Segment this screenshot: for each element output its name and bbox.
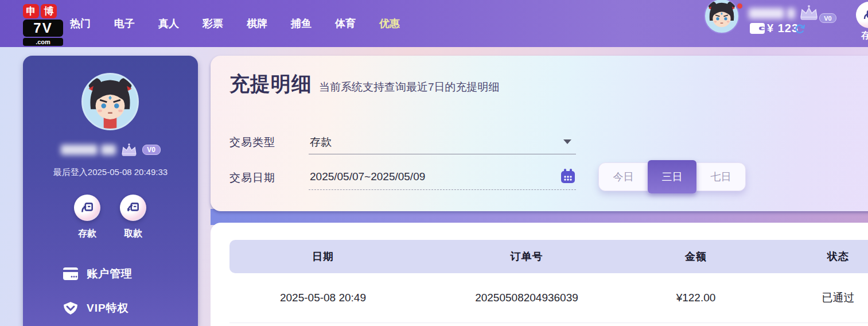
nav-item-live[interactable]: 真人	[158, 17, 179, 30]
logo-name: 7V	[23, 20, 63, 37]
avatar-illustration	[705, 0, 738, 33]
logo-badge-2: 博	[41, 4, 57, 18]
sidebar: V0 最后登入2025-05-08 20:49:33 存款	[23, 56, 198, 326]
nav-item-slots[interactable]: 电子	[114, 17, 135, 30]
vip-level-badge: V0	[819, 13, 836, 23]
nav-item-sports[interactable]: 体育	[335, 17, 356, 30]
vip-level-badge: V0	[142, 145, 161, 155]
deposit-label: 存款	[64, 228, 110, 240]
username-blurred-2	[787, 8, 795, 19]
nav-item-cards[interactable]: 棋牌	[247, 17, 267, 30]
username-blurred	[749, 8, 784, 19]
logo-badge-1: 申	[23, 4, 39, 18]
sidebar-item-account-management[interactable]: 账户管理	[63, 265, 189, 282]
username-blurred-2	[101, 145, 116, 155]
user-avatar[interactable]	[704, 0, 739, 34]
last-login-text: 最后登入2025-05-08 20:49:33	[23, 167, 198, 178]
deposit-arrow-icon	[862, 8, 868, 22]
logo-tld: .com	[23, 38, 63, 46]
filter-panel: 充提明细 当前系统支持查询最近7日的充提明细 交易类型 存款 交易日期 2025…	[211, 56, 868, 211]
sidebar-username-row: V0	[23, 143, 198, 157]
range-seven-days-button[interactable]: 七日	[696, 163, 745, 191]
sidebar-item-label: VIP特权	[87, 301, 129, 316]
top-navbar: 申 博 7V .com 热门 电子 真人 彩票 棋牌 捕鱼 体育 优惠	[0, 0, 868, 47]
table-row: 2025-05-08 20:49 20250508204936039 ¥122.…	[229, 273, 868, 323]
crown-icon	[797, 5, 820, 21]
cell-date: 2025-05-08 20:49	[229, 292, 417, 304]
transaction-date-value: 2025/05/07~2025/05/09	[310, 170, 425, 183]
quick-deposit-label: 存	[861, 30, 868, 42]
withdraw-icon	[120, 195, 146, 221]
sidebar-item-vip-privileges[interactable]: VIP特权	[63, 300, 189, 317]
crown-icon	[119, 143, 139, 157]
range-today-button[interactable]: 今日	[599, 163, 648, 191]
nav-item-fishing[interactable]: 捕鱼	[291, 17, 312, 30]
date-range-segmented-control: 今日 三日 七日	[598, 162, 746, 191]
quick-deposit-button[interactable]	[856, 2, 868, 28]
wallet-icon	[750, 23, 765, 34]
nav-item-promos[interactable]: 优惠	[379, 17, 400, 30]
sidebar-item-label: 账户管理	[87, 266, 133, 281]
account-card-icon	[63, 267, 78, 280]
column-header-date: 日期	[229, 250, 417, 263]
notification-dot	[736, 2, 744, 10]
nav-item-hot[interactable]: 热门	[70, 17, 91, 30]
refresh-balance-icon[interactable]	[795, 24, 805, 34]
site-logo[interactable]: 申 博 7V .com	[23, 4, 63, 46]
transaction-date-label: 交易日期	[229, 170, 275, 185]
sidebar-avatar	[81, 73, 139, 130]
cell-order-no: 20250508204936039	[417, 292, 637, 304]
transaction-type-label: 交易类型	[229, 135, 275, 150]
balance-amount: ¥ 123	[767, 22, 799, 35]
transaction-type-select[interactable]: 存款	[309, 129, 576, 154]
withdraw-label: 取款	[110, 228, 156, 240]
page-subtitle: 当前系统支持查询最近7日的充提明细	[319, 80, 500, 95]
transaction-date-input[interactable]: 2025/05/07~2025/05/09	[309, 165, 576, 190]
cell-status: 已通过	[755, 290, 868, 305]
deposit-button[interactable]: 存款	[64, 195, 110, 240]
cell-amount: ¥122.00	[637, 292, 755, 304]
records-panel: 日期 订单号 金额 状态 2025-05-08 20:49 2025050820…	[211, 223, 868, 326]
transaction-type-value: 存款	[310, 135, 332, 150]
range-three-days-button[interactable]: 三日	[648, 160, 696, 193]
withdraw-button[interactable]: 取款	[110, 195, 156, 240]
nav-item-lottery[interactable]: 彩票	[203, 17, 223, 30]
deposit-icon	[74, 195, 100, 221]
column-header-order-no: 订单号	[417, 250, 637, 263]
chevron-down-icon	[563, 139, 571, 144]
vip-shield-icon	[63, 301, 78, 315]
username-blurred	[61, 145, 98, 155]
calendar-icon[interactable]	[560, 168, 576, 184]
table-header: 日期 订单号 金额 状态	[229, 240, 868, 273]
column-header-status: 状态	[755, 250, 868, 263]
avatar-illustration	[83, 75, 137, 129]
main-nav-menu: 热门 电子 真人 彩票 棋牌 捕鱼 体育 优惠	[70, 0, 400, 47]
page-title: 充提明细	[229, 71, 312, 98]
column-header-amount: 金额	[637, 250, 755, 263]
page: 申 博 7V .com 热门 电子 真人 彩票 棋牌 捕鱼 体育 优惠	[0, 0, 868, 326]
